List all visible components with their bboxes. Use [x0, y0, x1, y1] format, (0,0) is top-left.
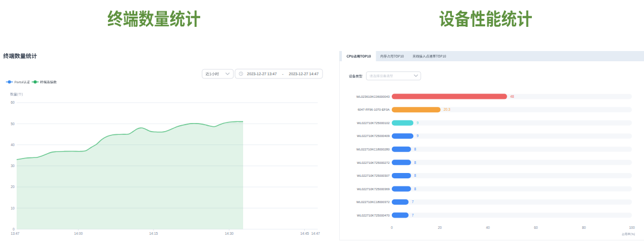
svg-text:8: 8 — [414, 187, 416, 191]
svg-text:WL022710K725000409: WL022710K725000409 — [357, 134, 390, 138]
svg-text:14:30: 14:30 — [225, 232, 233, 235]
svg-text:60: 60 — [534, 226, 538, 229]
svg-text:50: 50 — [11, 122, 15, 126]
svg-text:9: 9 — [416, 134, 419, 138]
svg-text:8: 8 — [414, 174, 416, 177]
svg-text:20.3: 20.3 — [444, 107, 451, 111]
svg-text:13:47: 13:47 — [11, 232, 19, 235]
svg-text:WL022710KC18000372: WL022710KC18000372 — [356, 200, 390, 204]
svg-text:30: 30 — [11, 164, 15, 168]
svg-text:40: 40 — [486, 226, 490, 229]
svg-text:0: 0 — [12, 227, 14, 231]
svg-text:14:15: 14:15 — [149, 232, 158, 235]
svg-text:2023-12-27 14:47: 2023-12-27 14:47 — [289, 72, 318, 76]
svg-text:20: 20 — [438, 226, 442, 229]
svg-text:9: 9 — [416, 121, 419, 125]
svg-text:8: 8 — [414, 161, 416, 164]
svg-text:48: 48 — [510, 95, 515, 98]
svg-text:14:00: 14:00 — [74, 232, 83, 235]
svg-text:0: 0 — [391, 226, 393, 229]
svg-text:7: 7 — [412, 213, 414, 217]
svg-text:2023-12-27 13:47: 2023-12-27 13:47 — [247, 72, 276, 76]
svg-text:WL022710K725000307: WL022710K725000307 — [357, 174, 390, 177]
svg-text:7: 7 — [412, 200, 414, 204]
svg-text:14:47: 14:47 — [311, 232, 320, 235]
svg-text:WL022710K725000369: WL022710K725000369 — [357, 188, 390, 191]
svg-text:WL022710KC18000280: WL022710KC18000280 — [356, 148, 390, 151]
svg-text:20: 20 — [11, 185, 15, 189]
svg-text:WL023610KC06000043: WL023610KC06000043 — [356, 95, 390, 98]
svg-text:40: 40 — [11, 143, 15, 147]
svg-text:WL022710K725000470: WL022710K725000470 — [357, 214, 390, 217]
svg-text:10: 10 — [11, 206, 15, 210]
svg-text:100: 100 — [629, 226, 635, 229]
svg-text:8: 8 — [414, 147, 416, 151]
svg-text:WL022710K725000102: WL022710K725000102 — [357, 121, 390, 125]
svg-text:80: 80 — [582, 226, 586, 229]
svg-text:14:45: 14:45 — [301, 232, 309, 235]
svg-text:WL022710K725000272: WL022710K725000272 — [357, 161, 390, 164]
svg-text:60: 60 — [11, 100, 15, 104]
svg-text:6047-FF96-1070-EF0A: 6047-FF96-1070-EF0A — [357, 108, 390, 111]
